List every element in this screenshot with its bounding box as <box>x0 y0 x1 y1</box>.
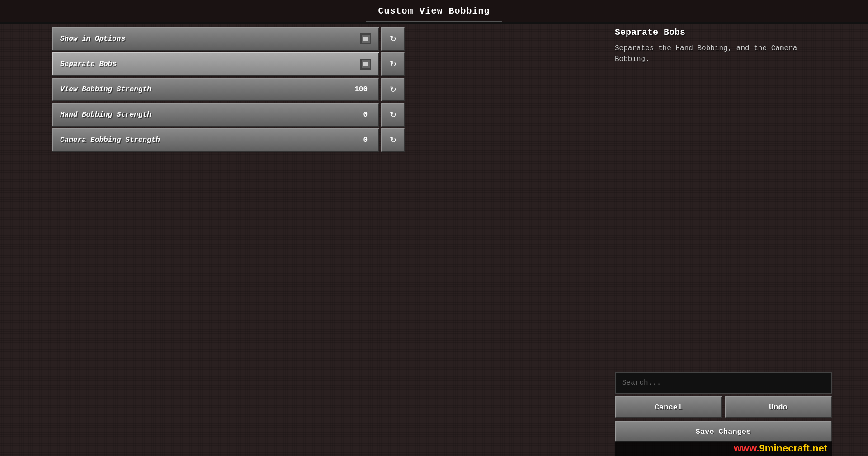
hand-bobbing-strength-label: Hand Bobbing Strength <box>60 111 151 119</box>
watermark-prefix: www. <box>734 442 760 454</box>
show-in-options-label: Show in Options <box>60 35 125 43</box>
show-in-options-reset[interactable]: ↺ <box>381 27 405 51</box>
cancel-button[interactable]: Cancel <box>615 396 722 418</box>
separate-bobs-checkbox[interactable] <box>360 59 371 70</box>
hand-bobbing-strength-button[interactable]: Hand Bobbing Strength 0 <box>52 103 379 127</box>
view-bobbing-strength-reset[interactable]: ↺ <box>381 78 405 101</box>
option-row-camera-bobbing-strength: Camera Bobbing Strength 0 ↺ <box>52 128 405 152</box>
description-title: Separate Bobs <box>615 27 832 38</box>
show-in-options-checkbox[interactable] <box>360 33 371 44</box>
option-row-hand-bobbing-strength: Hand Bobbing Strength 0 ↺ <box>52 103 405 127</box>
reset-icon-2: ↺ <box>390 85 396 94</box>
view-bobbing-strength-button[interactable]: View Bobbing Strength 100 <box>52 78 379 101</box>
hand-bobbing-strength-reset[interactable]: ↺ <box>381 103 405 127</box>
title-underline <box>366 21 502 22</box>
reset-icon-1: ↺ <box>390 59 396 69</box>
save-button[interactable]: Save Changes <box>615 421 832 442</box>
view-bobbing-strength-value: 100 <box>354 85 368 94</box>
description-panel: Separate Bobs Separates the Hand Bobbing… <box>615 27 832 65</box>
option-row-view-bobbing-strength: View Bobbing Strength 100 ↺ <box>52 78 405 101</box>
main-container: Custom View Bobbing Show in Options ↺ Se… <box>0 0 868 456</box>
reset-icon-4: ↺ <box>390 135 396 145</box>
reset-icon-0: ↺ <box>390 34 396 44</box>
option-row-show-in-options: Show in Options ↺ <box>52 27 405 51</box>
camera-bobbing-strength-reset[interactable]: ↺ <box>381 128 405 152</box>
reset-icon-3: ↺ <box>390 110 396 120</box>
search-input[interactable] <box>615 372 832 394</box>
separate-bobs-button[interactable]: Separate Bobs <box>52 52 379 76</box>
separate-bobs-reset[interactable]: ↺ <box>381 52 405 76</box>
hand-bobbing-strength-value: 0 <box>363 111 368 119</box>
separate-bobs-label: Separate Bobs <box>60 60 117 68</box>
options-panel: Show in Options ↺ Separate Bobs ↺ View B… <box>52 27 405 154</box>
view-bobbing-strength-label: View Bobbing Strength <box>60 85 151 94</box>
option-row-separate-bobs: Separate Bobs ↺ <box>52 52 405 76</box>
watermark: www.9minecraft.net <box>615 441 832 456</box>
undo-button[interactable]: Undo <box>725 396 832 418</box>
camera-bobbing-strength-value: 0 <box>363 136 368 144</box>
camera-bobbing-strength-label: Camera Bobbing Strength <box>60 136 160 144</box>
action-button-row: Cancel Undo <box>615 396 832 418</box>
watermark-domain: 9minecraft.net <box>760 442 827 454</box>
show-in-options-button[interactable]: Show in Options <box>52 27 379 51</box>
title-bar: Custom View Bobbing <box>0 0 868 24</box>
description-text: Separates the Hand Bobbing, and the Came… <box>615 43 832 65</box>
camera-bobbing-strength-button[interactable]: Camera Bobbing Strength 0 <box>52 128 379 152</box>
page-title: Custom View Bobbing <box>378 6 490 16</box>
bottom-controls: Cancel Undo Save Changes <box>615 372 832 442</box>
